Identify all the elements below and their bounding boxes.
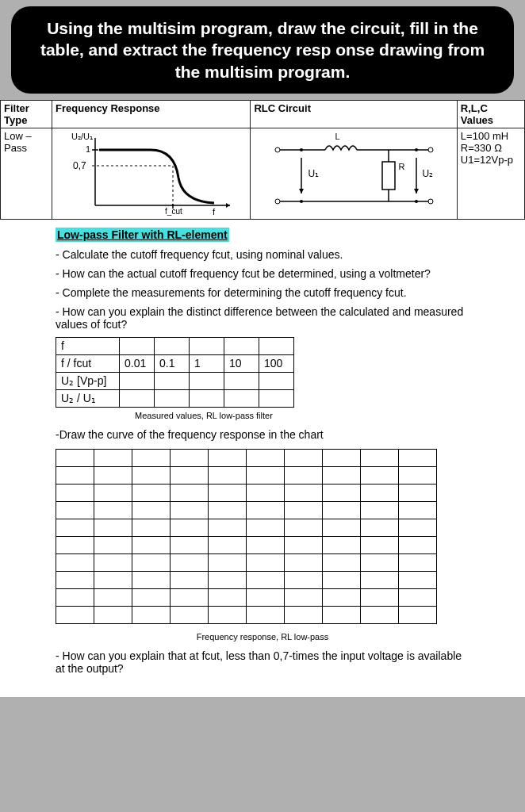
axis-x-fcut-label: f_cut	[165, 207, 182, 216]
cell-frequency-response-diagram: U₂/U₁ 1 0,7 f_cut f	[52, 128, 251, 219]
meas-cell: 1	[190, 354, 224, 372]
circuit-U2-label: U₂	[422, 168, 433, 179]
svg-point-10	[275, 199, 280, 204]
question-1: - Calculate the cutoff frequency fcut, u…	[56, 248, 469, 261]
meas-table-caption: Measured values, RL low-pass filter	[56, 411, 469, 420]
header-filter-type: Filter Type	[1, 100, 52, 128]
axis-y-ratio-label: U₂/U₁	[71, 132, 93, 142]
svg-point-21	[415, 200, 418, 203]
svg-point-17	[300, 148, 303, 151]
header-frequency-response: Frequency Response	[52, 100, 251, 128]
header-rlc-circuit: RLC Circuit	[251, 100, 457, 128]
value-R: R=330 Ω	[461, 142, 521, 154]
lowpass-curve-svg	[56, 130, 246, 217]
cell-rlc-circuit-diagram: L U₁ R U₂	[251, 128, 457, 219]
svg-point-20	[415, 148, 418, 151]
instruction-banner: Using the multisim program, draw the cir…	[11, 6, 514, 94]
draw-curve-instruction: -Draw the curve of the frequency respons…	[56, 428, 469, 441]
meas-cell: 0.01	[120, 354, 155, 372]
header-rlc-values: R,L,C Values	[457, 100, 524, 128]
cell-filter-type: Low – Pass	[1, 128, 52, 219]
meas-cell	[120, 372, 155, 389]
circuit-L-label: L	[335, 132, 339, 141]
meas-cell	[259, 372, 294, 389]
meas-cell	[190, 372, 224, 389]
meas-cell	[120, 389, 155, 407]
section-heading: Low-pass Filter with RL-element	[56, 228, 229, 242]
filter-summary-table: Filter Type Frequency Response RLC Circu…	[0, 100, 525, 220]
meas-cell	[224, 337, 259, 354]
value-U1: U1=12Vp-p	[461, 154, 521, 166]
svg-point-18	[300, 200, 303, 203]
meas-cell	[224, 372, 259, 389]
value-L: L=100 mH	[461, 130, 521, 142]
meas-cell: 0.1	[155, 354, 190, 372]
blank-chart-grid	[56, 449, 437, 624]
meas-cell	[190, 337, 224, 354]
meas-row-ffcut-label: f / fcut	[56, 354, 120, 372]
content-panel: Low-pass Filter with RL-element - Calcul…	[0, 220, 525, 697]
cell-rlc-values: L=100 mH R=330 Ω U1=12Vp-p	[457, 128, 524, 219]
meas-cell	[155, 372, 190, 389]
meas-cell	[259, 337, 294, 354]
meas-cell	[224, 389, 259, 407]
question-2: - How can the actual cutoff frequency fc…	[56, 267, 469, 280]
axis-y-07-label: 0,7	[73, 160, 86, 171]
meas-row-u2u1-label: U₂ / U₁	[56, 389, 120, 407]
axis-x-f-label: f	[213, 207, 215, 216]
circuit-U1-label: U₁	[308, 168, 319, 179]
svg-rect-14	[382, 162, 395, 190]
question-3: - Complete the measurements for determin…	[56, 286, 469, 299]
svg-point-12	[428, 199, 433, 204]
meas-cell	[155, 389, 190, 407]
chart-caption: Frequency response, RL low-pass	[56, 632, 469, 642]
svg-point-9	[428, 147, 433, 152]
meas-row-u2-label: U₂ [Vp-p]	[56, 372, 120, 389]
meas-cell	[155, 337, 190, 354]
question-5: - How can you explain that at fcut, less…	[56, 649, 469, 675]
meas-cell	[120, 337, 155, 354]
meas-cell: 100	[259, 354, 294, 372]
svg-point-6	[275, 147, 280, 152]
axis-y-one-label: 1	[86, 144, 90, 154]
circuit-R-label: R	[398, 162, 404, 171]
meas-cell: 10	[224, 354, 259, 372]
meas-row-f-label: f	[56, 337, 120, 354]
meas-cell	[190, 389, 224, 407]
meas-cell	[259, 389, 294, 407]
measurement-table: f f / fcut 0.01 0.1 1 10 100 U₂ [Vp-p] U…	[56, 337, 294, 408]
question-4: - How can you explain the distinct diffe…	[56, 305, 469, 331]
